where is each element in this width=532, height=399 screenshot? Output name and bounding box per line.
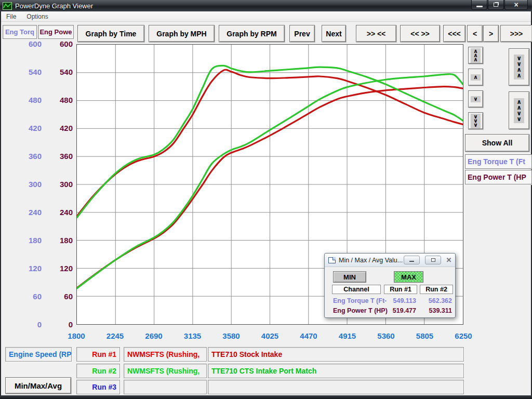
run1-max-power: 519.477 <box>384 307 416 314</box>
x-tick-label: 5805 <box>416 331 433 340</box>
column-header-channel: Channel <box>332 285 381 294</box>
prev-button[interactable]: Prev <box>289 25 315 42</box>
min-button[interactable]: MIN <box>333 271 366 283</box>
title-bar: PowerDyne Graph Viewer × <box>0 0 532 11</box>
run2-label-field[interactable]: Run #2 <box>76 364 120 378</box>
triple-down-icon: ∨∨∨ <box>471 114 481 128</box>
graph-by-mph-button[interactable]: Graph by MPH <box>149 25 215 42</box>
close-icon: × <box>514 1 518 8</box>
y-tick-label: 480 <box>45 96 73 104</box>
triple-up-icon: ∧∧∧ <box>471 48 481 63</box>
pan-left-fast-button[interactable]: <<< <box>443 25 466 42</box>
run2-operator-field[interactable]: NWMSFTS (Rushing, <box>124 364 207 378</box>
min-max-avg-button[interactable]: Min/Max/Avg <box>5 377 71 394</box>
y-tick-label: 180 <box>45 236 73 245</box>
x-axis: 1800224526903135358040254470491553605805… <box>1 331 531 342</box>
y-tick-label: 600 <box>45 39 73 48</box>
restore-icon <box>494 3 498 7</box>
y-tick-label: 180 <box>14 236 42 245</box>
run1-label-field[interactable]: Run #1 <box>76 347 120 362</box>
minimize-icon <box>409 261 414 262</box>
channel-button-torque[interactable]: Eng Torque T (Ft <box>465 154 532 169</box>
scale-down-fast-button[interactable]: ∨∨∨ <box>468 112 483 129</box>
y-tick-label: 420 <box>45 124 73 132</box>
expand-y-button[interactable]: ∧∧∨∨ <box>509 91 529 129</box>
down-chevron-icon: ∨ <box>471 96 481 102</box>
x-tick-label: 5360 <box>377 331 394 340</box>
minmax-close-button[interactable]: ✕ <box>443 256 455 264</box>
pan-left-button[interactable]: < <box>467 25 483 42</box>
restore-icon <box>431 258 435 262</box>
scale-down-button[interactable]: ∨ <box>468 90 483 108</box>
run3-operator-field[interactable] <box>124 380 207 394</box>
column-header-run1: Run #1 <box>384 285 417 294</box>
run3-description-field[interactable] <box>208 380 464 394</box>
run1-max-torque: 549.113 <box>384 297 416 304</box>
menu-file[interactable]: File <box>1 12 21 21</box>
y-tick-label: 0 <box>45 320 73 329</box>
app-icon <box>3 2 12 10</box>
y-tick-label: 420 <box>14 124 42 132</box>
y-tick-label: 540 <box>14 68 42 76</box>
column-header-run2: Run #2 <box>420 285 453 294</box>
x-tick-label: 4470 <box>300 331 317 340</box>
y-tick-label: 60 <box>14 292 42 301</box>
run2-max-power: 539.311 <box>420 307 452 314</box>
minmax-restore-button[interactable] <box>425 256 441 264</box>
squeeze-y-button[interactable]: ∨∨∧∧ <box>509 48 529 86</box>
pan-right-button[interactable]: > <box>483 25 499 42</box>
y-tick-label: 300 <box>14 180 42 189</box>
minimize-button[interactable] <box>471 0 487 10</box>
y-axis-torque: 600540480420360300240180120600 <box>14 22 42 354</box>
y-tick-label: 240 <box>14 208 42 217</box>
run1-description-field[interactable]: TTE710 Stock Intake <box>208 347 464 362</box>
y-tick-label: 0 <box>14 320 42 329</box>
scale-up-button[interactable]: ∧ <box>468 69 483 86</box>
x-tick-label: 4025 <box>261 331 278 340</box>
expand-vertical-icon: ∧∧∨∨ <box>514 98 524 123</box>
y-tick-label: 300 <box>45 180 73 189</box>
x-tick-label: 4915 <box>339 331 356 340</box>
y-tick-label: 120 <box>45 264 73 273</box>
y-tick-label: 360 <box>45 152 73 161</box>
channel-button-power[interactable]: Eng Power T (HP <box>465 170 532 184</box>
minimize-icon <box>476 6 483 7</box>
up-chevron-icon: ∧ <box>471 74 481 81</box>
y-tick-label: 240 <box>45 208 73 217</box>
graph-by-rpm-button[interactable]: Graph by RPM <box>219 25 285 42</box>
pan-right-fast-button[interactable]: >>> <box>500 25 532 42</box>
menu-options[interactable]: Options <box>21 12 53 21</box>
scale-up-fast-button[interactable]: ∧∧∧ <box>468 47 483 64</box>
y-tick-label: 480 <box>14 96 42 104</box>
close-icon: ✕ <box>446 257 452 263</box>
x-tick-label: 1800 <box>68 331 85 340</box>
close-button[interactable]: × <box>504 0 528 10</box>
y-axis-power: 600540480420360300240180120600 <box>45 22 73 354</box>
minmax-title-bar[interactable]: Min / Max / Avg Valu... ✕ <box>325 254 455 267</box>
show-all-button[interactable]: Show All <box>465 134 529 152</box>
x-tick-label: 6250 <box>455 331 472 340</box>
max-button[interactable]: MAX <box>394 271 423 283</box>
minmax-window: Min / Max / Avg Valu... ✕ MIN MAX Channe… <box>324 253 456 318</box>
zoom-out-x-button[interactable]: << >> <box>400 25 440 42</box>
run2-description-field[interactable]: TTE710 CTS Intake Port Match <box>208 364 464 378</box>
y-tick-label: 60 <box>45 292 73 301</box>
next-button[interactable]: Next <box>322 25 346 42</box>
y-tick-label: 120 <box>14 264 42 273</box>
minmax-window-icon <box>328 257 336 263</box>
menu-bar: File Options <box>1 11 531 22</box>
graph-by-time-button[interactable]: Graph by Time <box>77 25 144 42</box>
y-tick-label: 540 <box>45 68 73 76</box>
run3-label-field[interactable]: Run #3 <box>76 380 120 394</box>
app-window: PowerDyne Graph Viewer × File Options En… <box>0 0 532 399</box>
minmax-minimize-button[interactable] <box>404 256 420 264</box>
restore-button[interactable] <box>488 0 504 10</box>
squeeze-vertical-icon: ∨∨∧∧ <box>514 55 524 79</box>
main-content: Eng Torq Eng Powe Graph by Time Graph by… <box>1 22 531 396</box>
x-tick-label: 3135 <box>184 331 201 340</box>
x-tick-label: 3580 <box>222 331 240 340</box>
zoom-in-x-button[interactable]: >> << <box>356 25 396 42</box>
row-label: Eng Power T (HP) <box>333 307 388 314</box>
engine-speed-field[interactable]: Engine Speed (RP <box>5 347 72 362</box>
run1-operator-field[interactable]: NWMSFTS (Rushing, <box>124 347 207 362</box>
